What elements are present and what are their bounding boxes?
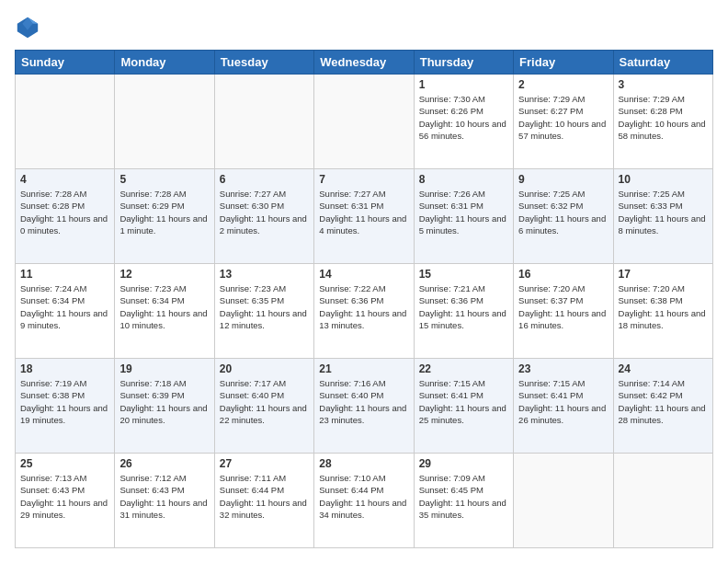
day-info: Sunrise: 7:10 AMSunset: 6:44 PMDaylight:… — [319, 472, 408, 521]
calendar-cell: 9Sunrise: 7:25 AMSunset: 6:32 PMDaylight… — [514, 169, 613, 264]
col-sunday: Sunday — [16, 51, 115, 75]
day-number: 28 — [319, 457, 408, 470]
calendar-cell: 27Sunrise: 7:11 AMSunset: 6:44 PMDayligh… — [214, 454, 313, 548]
page: Sunday Monday Tuesday Wednesday Thursday… — [0, 0, 728, 563]
calendar-cell — [16, 75, 115, 169]
col-wednesday: Wednesday — [314, 51, 414, 75]
calendar-cell: 17Sunrise: 7:20 AMSunset: 6:38 PMDayligh… — [613, 264, 712, 359]
day-info: Sunrise: 7:19 AMSunset: 6:38 PMDaylight:… — [20, 377, 109, 426]
logo — [15, 15, 44, 40]
calendar-cell — [314, 75, 414, 169]
day-info: Sunrise: 7:20 AMSunset: 6:38 PMDaylight:… — [619, 282, 708, 331]
day-info: Sunrise: 7:21 AMSunset: 6:36 PMDaylight:… — [419, 282, 508, 331]
calendar-week-row: 1Sunrise: 7:30 AMSunset: 6:26 PMDaylight… — [16, 75, 713, 169]
day-number: 18 — [20, 362, 109, 375]
day-number: 3 — [619, 78, 708, 91]
calendar-cell: 3Sunrise: 7:29 AMSunset: 6:28 PMDaylight… — [613, 75, 712, 169]
calendar-cell: 29Sunrise: 7:09 AMSunset: 6:45 PMDayligh… — [414, 454, 513, 548]
day-number: 27 — [220, 457, 309, 470]
day-info: Sunrise: 7:30 AMSunset: 6:26 PMDaylight:… — [419, 93, 508, 142]
day-info: Sunrise: 7:09 AMSunset: 6:45 PMDaylight:… — [419, 472, 508, 521]
day-info: Sunrise: 7:15 AMSunset: 6:41 PMDaylight:… — [518, 377, 608, 426]
day-info: Sunrise: 7:26 AMSunset: 6:31 PMDaylight:… — [419, 188, 508, 236]
day-info: Sunrise: 7:29 AMSunset: 6:27 PMDaylight:… — [518, 93, 608, 142]
day-number: 14 — [319, 268, 408, 281]
calendar-cell: 26Sunrise: 7:12 AMSunset: 6:43 PMDayligh… — [115, 454, 214, 548]
calendar-cell: 16Sunrise: 7:20 AMSunset: 6:37 PMDayligh… — [514, 264, 613, 359]
calendar-week-row: 11Sunrise: 7:24 AMSunset: 6:34 PMDayligh… — [16, 264, 713, 359]
header — [15, 15, 713, 40]
day-info: Sunrise: 7:11 AMSunset: 6:44 PMDaylight:… — [220, 472, 309, 521]
day-info: Sunrise: 7:22 AMSunset: 6:36 PMDaylight:… — [319, 282, 408, 331]
calendar-cell — [115, 75, 214, 169]
day-number: 17 — [619, 268, 708, 281]
calendar-cell: 25Sunrise: 7:13 AMSunset: 6:43 PMDayligh… — [16, 454, 115, 548]
day-number: 10 — [619, 173, 708, 186]
day-number: 16 — [518, 268, 608, 281]
calendar-cell: 14Sunrise: 7:22 AMSunset: 6:36 PMDayligh… — [314, 264, 414, 359]
day-info: Sunrise: 7:14 AMSunset: 6:42 PMDaylight:… — [619, 377, 708, 426]
day-number: 12 — [119, 268, 209, 281]
day-info: Sunrise: 7:13 AMSunset: 6:43 PMDaylight:… — [20, 472, 109, 521]
day-number: 2 — [518, 78, 608, 91]
day-number: 5 — [119, 173, 209, 186]
calendar-week-row: 25Sunrise: 7:13 AMSunset: 6:43 PMDayligh… — [16, 454, 713, 548]
col-friday: Friday — [514, 51, 613, 75]
calendar-cell: 12Sunrise: 7:23 AMSunset: 6:34 PMDayligh… — [115, 264, 214, 359]
day-number: 24 — [619, 362, 708, 375]
day-info: Sunrise: 7:16 AMSunset: 6:40 PMDaylight:… — [319, 377, 408, 426]
day-number: 7 — [319, 173, 408, 186]
day-number: 22 — [419, 362, 508, 375]
calendar-week-row: 18Sunrise: 7:19 AMSunset: 6:38 PMDayligh… — [16, 359, 713, 454]
logo-icon — [15, 15, 40, 40]
calendar-cell: 1Sunrise: 7:30 AMSunset: 6:26 PMDaylight… — [414, 75, 513, 169]
calendar-cell — [613, 454, 712, 548]
calendar-cell: 13Sunrise: 7:23 AMSunset: 6:35 PMDayligh… — [214, 264, 313, 359]
day-number: 6 — [220, 173, 309, 186]
calendar-table: Sunday Monday Tuesday Wednesday Thursday… — [15, 50, 713, 548]
calendar-cell: 15Sunrise: 7:21 AMSunset: 6:36 PMDayligh… — [414, 264, 513, 359]
day-number: 29 — [419, 457, 508, 470]
day-number: 1 — [419, 78, 508, 91]
day-info: Sunrise: 7:15 AMSunset: 6:41 PMDaylight:… — [419, 377, 508, 426]
calendar-cell — [214, 75, 313, 169]
calendar-header-row: Sunday Monday Tuesday Wednesday Thursday… — [16, 51, 713, 75]
day-info: Sunrise: 7:23 AMSunset: 6:35 PMDaylight:… — [220, 282, 309, 331]
day-number: 26 — [119, 457, 209, 470]
day-number: 15 — [419, 268, 508, 281]
calendar-cell: 22Sunrise: 7:15 AMSunset: 6:41 PMDayligh… — [414, 359, 513, 454]
day-info: Sunrise: 7:28 AMSunset: 6:28 PMDaylight:… — [20, 188, 109, 236]
calendar-cell: 11Sunrise: 7:24 AMSunset: 6:34 PMDayligh… — [16, 264, 115, 359]
day-number: 25 — [20, 457, 109, 470]
day-info: Sunrise: 7:27 AMSunset: 6:31 PMDaylight:… — [319, 188, 408, 236]
day-number: 21 — [319, 362, 408, 375]
calendar-cell — [514, 454, 613, 548]
day-info: Sunrise: 7:25 AMSunset: 6:32 PMDaylight:… — [518, 188, 608, 236]
calendar-cell: 5Sunrise: 7:28 AMSunset: 6:29 PMDaylight… — [115, 169, 214, 264]
day-number: 23 — [518, 362, 608, 375]
day-info: Sunrise: 7:23 AMSunset: 6:34 PMDaylight:… — [119, 282, 209, 331]
day-info: Sunrise: 7:29 AMSunset: 6:28 PMDaylight:… — [619, 93, 708, 142]
calendar-cell: 28Sunrise: 7:10 AMSunset: 6:44 PMDayligh… — [314, 454, 414, 548]
calendar-cell: 8Sunrise: 7:26 AMSunset: 6:31 PMDaylight… — [414, 169, 513, 264]
day-number: 9 — [518, 173, 608, 186]
calendar-cell: 18Sunrise: 7:19 AMSunset: 6:38 PMDayligh… — [16, 359, 115, 454]
calendar-cell: 6Sunrise: 7:27 AMSunset: 6:30 PMDaylight… — [214, 169, 313, 264]
day-info: Sunrise: 7:18 AMSunset: 6:39 PMDaylight:… — [119, 377, 209, 426]
day-number: 20 — [220, 362, 309, 375]
col-thursday: Thursday — [414, 51, 513, 75]
day-number: 13 — [220, 268, 309, 281]
day-info: Sunrise: 7:25 AMSunset: 6:33 PMDaylight:… — [619, 188, 708, 236]
day-info: Sunrise: 7:17 AMSunset: 6:40 PMDaylight:… — [220, 377, 309, 426]
calendar-cell: 10Sunrise: 7:25 AMSunset: 6:33 PMDayligh… — [613, 169, 712, 264]
calendar-cell: 19Sunrise: 7:18 AMSunset: 6:39 PMDayligh… — [115, 359, 214, 454]
calendar-cell: 2Sunrise: 7:29 AMSunset: 6:27 PMDaylight… — [514, 75, 613, 169]
day-info: Sunrise: 7:24 AMSunset: 6:34 PMDaylight:… — [20, 282, 109, 331]
col-monday: Monday — [115, 51, 214, 75]
calendar-cell: 7Sunrise: 7:27 AMSunset: 6:31 PMDaylight… — [314, 169, 414, 264]
day-info: Sunrise: 7:20 AMSunset: 6:37 PMDaylight:… — [518, 282, 608, 331]
day-number: 11 — [20, 268, 109, 281]
day-info: Sunrise: 7:12 AMSunset: 6:43 PMDaylight:… — [119, 472, 209, 521]
calendar-week-row: 4Sunrise: 7:28 AMSunset: 6:28 PMDaylight… — [16, 169, 713, 264]
calendar-cell: 24Sunrise: 7:14 AMSunset: 6:42 PMDayligh… — [613, 359, 712, 454]
